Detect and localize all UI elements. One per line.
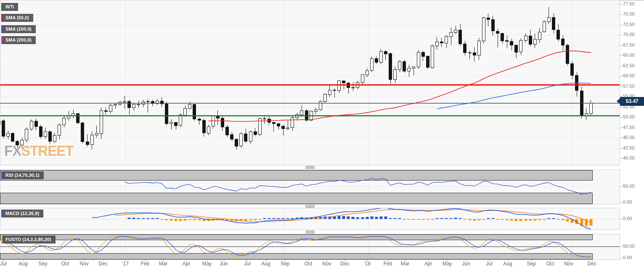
fxstreet-watermark: FXSTREET bbox=[4, 143, 73, 158]
x-axis-label: Nov bbox=[80, 261, 88, 267]
x-axis-label: Apr bbox=[183, 261, 191, 267]
x-axis-label: Nov bbox=[322, 261, 331, 267]
y-axis-label: 40.00 bbox=[623, 155, 635, 160]
series-color-marker bbox=[1, 236, 3, 244]
x-axis-label: Jul bbox=[244, 261, 250, 267]
chart-canvas[interactable] bbox=[0, 0, 644, 270]
x-axis-label: Apr bbox=[424, 261, 432, 267]
macd-indicator-label[interactable]: MACD (12,26,9) bbox=[1, 210, 43, 218]
x-axis-label: Jul bbox=[486, 261, 492, 267]
y-axis-label: 50.00 bbox=[623, 114, 635, 119]
x-axis-label: Jun bbox=[462, 261, 470, 267]
current-price-badge: 53.47 bbox=[620, 97, 644, 106]
x-axis-label: Aug bbox=[503, 261, 512, 267]
rsi-indicator-label[interactable]: RSI (14,70,30,1) bbox=[1, 171, 44, 179]
stoch-axis-label: 50.00 bbox=[623, 244, 635, 249]
series-color-marker bbox=[1, 14, 3, 22]
rsi-axis-label: 0.00 bbox=[623, 199, 632, 204]
x-axis-label: Oct bbox=[61, 261, 69, 267]
y-axis-label: 45.00 bbox=[623, 135, 635, 140]
series-color-marker bbox=[1, 25, 3, 33]
y-axis-label: 57.50 bbox=[623, 84, 635, 89]
y-axis-label: 42.50 bbox=[623, 145, 635, 150]
fusto-indicator-label[interactable]: FUSTO (14,3,3,80,20) bbox=[1, 236, 56, 244]
y-axis-label: 47.50 bbox=[623, 125, 635, 130]
x-axis-label: Oct bbox=[305, 261, 313, 267]
watermark-fx: FX bbox=[4, 142, 21, 159]
indicator-label: FUSTO (14,3,3,80,20) bbox=[5, 236, 51, 244]
x-axis-label: Dec bbox=[587, 261, 596, 267]
panel-resize-handle[interactable] bbox=[305, 205, 315, 208]
indicator-label: MACD (12,26,9) bbox=[5, 210, 39, 218]
y-axis-label: 77.50 bbox=[623, 1, 635, 6]
x-axis-label: Oct bbox=[546, 261, 554, 267]
legend-label: WTI bbox=[5, 3, 14, 11]
rsi-axis-label: 50.00 bbox=[623, 183, 635, 189]
x-axis-label: Feb bbox=[141, 261, 150, 267]
x-axis-label: Feb bbox=[384, 261, 392, 267]
y-axis-label: 72.50 bbox=[623, 22, 635, 27]
x-axis-label: May bbox=[202, 261, 212, 267]
macd-axis-label: 0.00 bbox=[623, 216, 632, 221]
legend-label: SMA (200,0) bbox=[5, 36, 32, 44]
y-axis-label: 62.50 bbox=[623, 63, 635, 68]
legend-item-wti[interactable]: WTI bbox=[1, 3, 18, 11]
x-axis-label: May bbox=[443, 261, 452, 267]
x-axis-label: '18 bbox=[364, 261, 371, 267]
series-color-marker bbox=[1, 210, 3, 218]
x-axis-label: Sep bbox=[281, 261, 289, 267]
series-color-marker bbox=[1, 171, 3, 179]
legend-label: SMA (100,0) bbox=[5, 25, 32, 33]
x-axis-label: Sep bbox=[527, 261, 535, 267]
y-axis-label: 75.00 bbox=[623, 11, 635, 16]
x-axis-label: Sep bbox=[38, 261, 47, 267]
watermark-street: STREET bbox=[21, 142, 73, 159]
series-color-marker bbox=[1, 36, 3, 44]
x-axis-label: Dec bbox=[340, 261, 349, 267]
panel-resize-handle[interactable] bbox=[305, 166, 315, 169]
x-axis-label: Mar bbox=[401, 261, 410, 267]
y-axis-label: 60.00 bbox=[623, 73, 635, 78]
x-axis-label: Jul bbox=[0, 261, 6, 267]
x-axis-label: Jun bbox=[220, 261, 228, 267]
price-badge-arrow bbox=[617, 98, 620, 104]
stoch-axis-label: 0.00 bbox=[623, 255, 632, 260]
panel-resize-handle[interactable] bbox=[305, 231, 315, 233]
x-axis-label: Dec bbox=[98, 261, 107, 267]
x-axis-label: '17 bbox=[122, 261, 129, 267]
x-axis-label: Aug bbox=[261, 261, 270, 267]
legend-item-sma50[interactable]: SMA (50,0) bbox=[1, 14, 33, 22]
x-axis-label: Mar bbox=[159, 261, 168, 267]
trading-chart-app: WTI SMA (50,0) SMA (100,0) SMA (200,0) R… bbox=[0, 0, 644, 270]
series-color-marker bbox=[1, 3, 3, 11]
x-axis-label: Nov bbox=[564, 261, 573, 267]
y-axis-label: 65.00 bbox=[623, 52, 635, 58]
legend-item-sma100[interactable]: SMA (100,0) bbox=[1, 25, 36, 33]
x-axis-label: Aug bbox=[19, 261, 27, 267]
y-axis-label: 67.50 bbox=[623, 42, 635, 47]
y-axis-label: 70.00 bbox=[623, 32, 635, 37]
indicator-label: RSI (14,70,30,1) bbox=[5, 171, 40, 179]
legend-label: SMA (50,0) bbox=[5, 14, 29, 22]
legend-item-sma200[interactable]: SMA (200,0) bbox=[1, 36, 36, 44]
